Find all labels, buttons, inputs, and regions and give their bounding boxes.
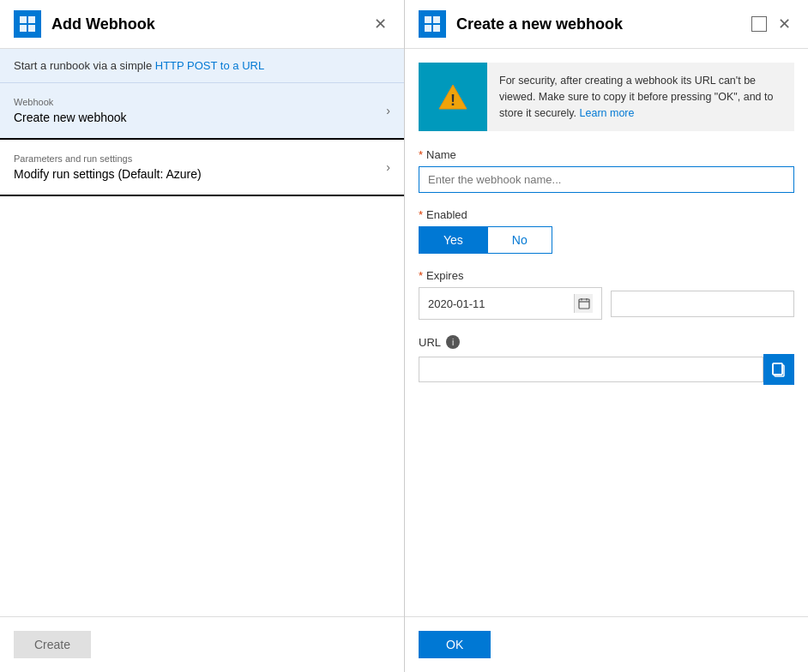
alert-message: For security, after creating a webhook i…	[499, 75, 773, 119]
left-info-bar: Start a runbook via a simple HTTP POST t…	[0, 49, 404, 83]
warning-triangle-icon: !	[436, 80, 470, 114]
svg-rect-10	[579, 299, 589, 309]
url-row: https://s2events.azure-automation.net/..…	[419, 354, 794, 385]
svg-rect-2	[20, 25, 27, 32]
right-header-icon	[419, 10, 446, 38]
calendar-icon[interactable]	[574, 294, 593, 313]
svg-rect-3	[28, 25, 35, 32]
right-panel-title: Create a new webhook	[456, 15, 751, 33]
left-header: Add Webhook ✕	[0, 0, 404, 49]
alert-text: For security, after creating a webhook i…	[487, 63, 794, 131]
svg-text:!: !	[450, 92, 455, 109]
expires-field-label: * Expires	[419, 269, 794, 282]
expires-row: 2020-01-11 6:00:23 AM	[419, 287, 794, 320]
url-label-text: URL	[419, 336, 441, 349]
nav-params-value: Modify run settings (Default: Azure)	[14, 167, 202, 181]
copy-icon	[771, 362, 787, 377]
left-footer: Create	[0, 616, 404, 672]
ok-button[interactable]: OK	[419, 631, 491, 658]
nav-webhook-chevron-icon: ›	[386, 104, 390, 117]
right-panel: Create a new webhook ✕ ! For security, a…	[405, 0, 808, 672]
enabled-field-group: * Enabled Yes No	[419, 208, 794, 254]
url-info-icon[interactable]: i	[446, 335, 460, 349]
enabled-required-star: *	[419, 208, 423, 221]
left-panel-title: Add Webhook	[51, 15, 370, 33]
expires-label-text: Expires	[426, 269, 463, 282]
security-alert-box: ! For security, after creating a webhook…	[419, 63, 794, 131]
right-footer: OK	[405, 616, 808, 672]
name-field-label: * Name	[419, 148, 794, 161]
url-input[interactable]: https://s2events.azure-automation.net/..…	[419, 357, 763, 382]
nav-webhook-label: Webhook	[14, 97, 127, 107]
date-value: 2020-01-11	[428, 297, 574, 310]
nav-params-chevron-icon: ›	[386, 160, 390, 174]
name-input[interactable]	[419, 166, 794, 193]
alert-icon-area: !	[419, 63, 487, 131]
nav-params-item[interactable]: Parameters and run settings Modify run s…	[0, 140, 404, 195]
svg-rect-6	[425, 25, 431, 32]
name-required-star: *	[419, 148, 423, 161]
toggle-no-button[interactable]: No	[487, 227, 552, 253]
copy-url-button[interactable]	[763, 354, 794, 385]
right-header-buttons: ✕	[751, 14, 794, 34]
alert-learn-more-link[interactable]: Learn more	[580, 107, 635, 119]
toggle-yes-button[interactable]: Yes	[419, 227, 487, 253]
right-content: ! For security, after creating a webhook…	[405, 49, 808, 616]
left-info-text: Start a runbook via a simple	[14, 59, 155, 72]
url-field-label: URL i	[419, 335, 794, 349]
expires-required-star: *	[419, 269, 423, 282]
svg-rect-5	[433, 16, 440, 23]
svg-rect-1	[28, 16, 35, 23]
nav-webhook-section[interactable]: Webhook Create new webhook ›	[0, 83, 404, 140]
enabled-toggle-group: Yes No	[419, 226, 552, 254]
date-input-wrapper[interactable]: 2020-01-11	[419, 287, 602, 320]
svg-rect-7	[433, 25, 440, 32]
left-header-icon	[14, 10, 41, 38]
nav-webhook-value: Create new webhook	[14, 111, 127, 124]
svg-rect-4	[425, 16, 431, 23]
svg-rect-0	[20, 16, 27, 23]
name-label-text: Name	[426, 148, 456, 161]
nav-webhook-item[interactable]: Webhook Create new webhook ›	[0, 83, 404, 138]
time-input[interactable]: 6:00:23 AM	[611, 291, 794, 317]
left-panel: Add Webhook ✕ Start a runbook via a simp…	[0, 0, 405, 672]
left-info-link[interactable]: HTTP POST to a URL	[155, 59, 264, 72]
svg-rect-15	[773, 363, 782, 375]
expires-field-group: * Expires 2020-01-11	[419, 269, 794, 320]
maximize-button[interactable]	[751, 16, 767, 32]
enabled-field-label: * Enabled	[419, 208, 794, 221]
nav-params-label: Parameters and run settings	[14, 153, 202, 164]
enabled-label-text: Enabled	[426, 208, 467, 221]
right-close-button[interactable]: ✕	[774, 14, 794, 34]
url-field-group: URL i https://s2events.azure-automation.…	[419, 335, 794, 385]
nav-params-section[interactable]: Parameters and run settings Modify run s…	[0, 140, 404, 196]
right-header: Create a new webhook ✕	[405, 0, 808, 49]
create-button[interactable]: Create	[14, 631, 91, 658]
left-close-button[interactable]: ✕	[370, 14, 390, 34]
left-content: Webhook Create new webhook › Parameters …	[0, 83, 404, 616]
name-field-group: * Name	[419, 148, 794, 193]
